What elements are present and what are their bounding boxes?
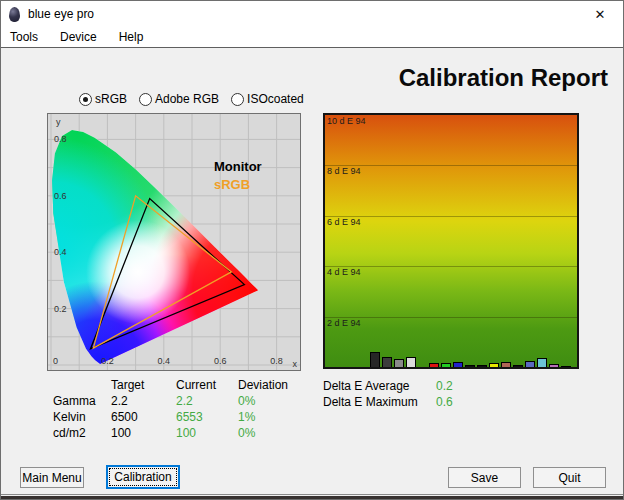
quit-button[interactable]: Quit — [533, 467, 606, 488]
delta-e-bar — [453, 362, 463, 367]
svg-text:0.6: 0.6 — [214, 356, 227, 366]
delta-summary-value: 0.6 — [436, 395, 453, 409]
radio-label: sRGB — [95, 92, 127, 106]
table-cell-target: 100 — [111, 426, 176, 442]
legend-label-monitor: Monitor — [214, 159, 262, 174]
delta-e-bar — [525, 361, 535, 367]
table-cell-label: cd/m2 — [53, 426, 111, 442]
svg-text:0.2: 0.2 — [54, 304, 67, 314]
table-cell-current: 100 — [176, 426, 238, 442]
svg-text:0.2: 0.2 — [101, 356, 114, 366]
delta-e-bar — [394, 359, 404, 367]
radio-icon[interactable] — [139, 93, 152, 106]
radio-icon[interactable] — [231, 93, 244, 106]
delta-e-chart: 10 d E 948 d E 946 d E 944 d E 942 d E 9… — [323, 113, 579, 369]
menu-item-help[interactable]: Help — [119, 28, 153, 46]
svg-text:0.8: 0.8 — [270, 356, 283, 366]
radio-option-isocoated[interactable]: ISOcoated — [231, 92, 304, 106]
table-cell-target: 6500 — [111, 410, 176, 426]
menu-item-device[interactable]: Device — [60, 28, 106, 46]
delta-e-bar — [549, 364, 559, 367]
delta-e-bar — [370, 352, 380, 367]
delta-e-gridline-label: 6 d E 94 — [327, 217, 361, 227]
chromaticity-chart: 0.20.40.60.800.20.40.60.8yx MonitorsRGB — [47, 113, 301, 371]
table-cell-current: 2.2 — [176, 394, 238, 410]
delta-e-bar — [382, 357, 392, 367]
delta-e-bar — [489, 363, 499, 367]
delta-summary-label: Delta E Maximum — [323, 395, 436, 409]
table-cell-target: 2.2 — [111, 394, 176, 410]
delta-e-bar — [465, 365, 475, 367]
delta-e-summary: Delta E Average0.2Delta E Maximum0.6 — [323, 379, 453, 411]
delta-e-gridline — [325, 266, 577, 267]
legend-label-srgb: sRGB — [214, 177, 250, 192]
delta-e-bar — [501, 362, 511, 367]
delta-e-gridline-label: 4 d E 94 — [327, 267, 361, 277]
delta-e-gridline — [325, 216, 577, 217]
menu-item-tools[interactable]: Tools — [10, 28, 47, 46]
menu-bar: ToolsDeviceHelp — [1, 27, 623, 47]
table-cell-deviation: 0% — [238, 426, 310, 442]
svg-text:0: 0 — [53, 356, 58, 366]
content-area: sRGBAdobe RGBISOcoated Calibration Repor… — [1, 47, 623, 495]
cie-horseshoe — [48, 114, 300, 370]
window-title: blue eye pro — [28, 7, 94, 21]
delta-e-gridline-label: 10 d E 94 — [327, 116, 366, 126]
radio-label: Adobe RGB — [155, 92, 219, 106]
delta-e-gridline-label: 2 d E 94 — [327, 318, 361, 328]
table-header: Target — [111, 378, 176, 394]
delta-e-bar — [537, 358, 547, 367]
page-title: Calibration Report — [399, 64, 608, 92]
delta-e-bar — [477, 365, 487, 367]
delta-summary-value: 0.2 — [436, 379, 453, 393]
title-bar: blue eye pro ✕ — [1, 1, 623, 27]
table-header — [53, 378, 111, 394]
save-button[interactable]: Save — [448, 467, 521, 488]
close-icon[interactable]: ✕ — [577, 1, 623, 27]
results-table: TargetCurrentDeviationGamma2.22.20%Kelvi… — [53, 378, 310, 442]
delta-e-bar — [513, 365, 523, 367]
delta-e-bar — [441, 363, 451, 367]
delta-e-bar — [406, 357, 416, 367]
main-menu-button[interactable]: Main Menu — [20, 467, 84, 488]
svg-text:y: y — [56, 117, 61, 127]
delta-e-gridline — [325, 165, 577, 166]
table-cell-deviation: 0% — [238, 394, 310, 410]
delta-summary-row: Delta E Maximum0.6 — [323, 395, 453, 411]
radio-icon[interactable] — [79, 93, 92, 106]
svg-text:0.8: 0.8 — [54, 134, 67, 144]
table-cell-current: 6553 — [176, 410, 238, 426]
table-cell-label: Gamma — [53, 394, 111, 410]
calibration-button[interactable]: Calibration — [106, 465, 180, 489]
svg-text:0.6: 0.6 — [54, 191, 67, 201]
table-cell-deviation: 1% — [238, 410, 310, 426]
app-window: blue eye pro ✕ ToolsDeviceHelp sRGBAdobe… — [0, 0, 624, 500]
svg-text:0.4: 0.4 — [158, 356, 171, 366]
delta-e-bar — [561, 366, 571, 367]
gamut-legend: MonitorsRGB — [214, 159, 262, 192]
delta-e-gridline — [325, 317, 577, 318]
delta-e-gridline-label: 8 d E 94 — [327, 166, 361, 176]
svg-text:x: x — [293, 359, 298, 369]
radio-label: ISOcoated — [247, 92, 304, 106]
table-header: Deviation — [238, 378, 310, 394]
delta-e-bar — [429, 363, 439, 367]
radio-option-adobe-rgb[interactable]: Adobe RGB — [139, 92, 219, 106]
delta-summary-row: Delta E Average0.2 — [323, 379, 453, 395]
table-header: Current — [176, 378, 238, 394]
svg-text:0.4: 0.4 — [54, 247, 67, 257]
radio-option-srgb[interactable]: sRGB — [79, 92, 127, 106]
table-cell-label: Kelvin — [53, 410, 111, 426]
delta-summary-label: Delta E Average — [323, 379, 436, 393]
gamut-svg: 0.20.40.60.800.20.40.60.8yx MonitorsRGB — [48, 114, 300, 370]
app-icon — [9, 7, 20, 22]
gamut-radio-group: sRGBAdobe RGBISOcoated — [79, 92, 304, 106]
